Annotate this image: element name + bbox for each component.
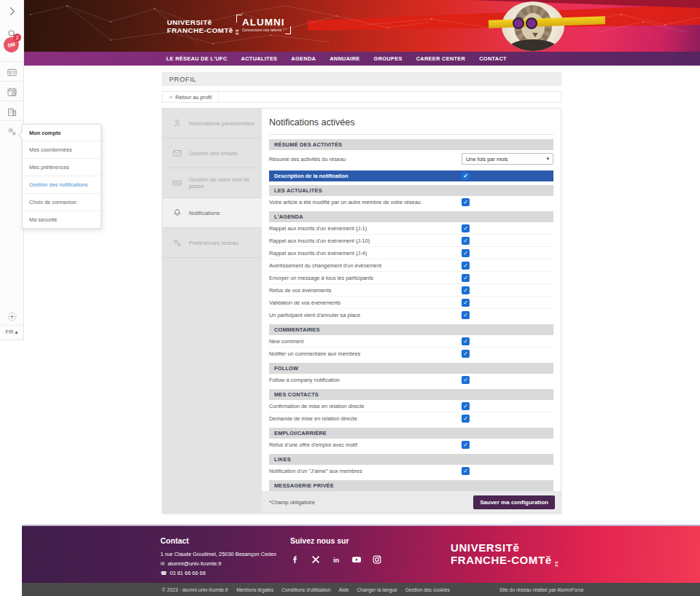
section-header: LIKES (269, 454, 553, 465)
notification-label: New comment (269, 338, 303, 345)
section-header: MES CONTACTS (269, 389, 553, 400)
facebook-icon (290, 554, 300, 565)
section-rows: Confirmation de mise en relation directe… (269, 400, 553, 424)
social-instagram-icon[interactable] (372, 554, 382, 568)
panel-title: Notifications activées (269, 116, 553, 135)
table-header-row: Description de la notification ✓ (269, 170, 553, 181)
notification-checkbox[interactable]: ✓ (462, 286, 470, 294)
notification-label: Envoyer un message à tous les participan… (269, 275, 373, 281)
footer-social-block: Suivez nous sur (290, 536, 382, 568)
account-menu-item[interactable]: Choix de connexion (23, 193, 101, 211)
nav-item[interactable]: CAREER CENTER (416, 55, 466, 62)
notification-row: Rappel aux inscrits d'un événement (J-4)… (269, 247, 553, 259)
notification-label: Refus de vos événements (269, 287, 331, 294)
section-header: COMMENTAIRES (269, 324, 553, 335)
notification-checkbox[interactable]: ✓ (462, 237, 470, 245)
back-arrow-icon: « (169, 94, 172, 101)
nav-item[interactable]: ACTUALITES (241, 55, 278, 62)
nav-item[interactable]: GROUPES (374, 55, 402, 62)
tab-label: Gestion de votre mot de passe (189, 176, 262, 189)
notification-row: Rappel aux inscrits d'un événement (J-10… (269, 235, 553, 247)
account-menu-item[interactable]: Gestion des notifications (23, 176, 101, 193)
tab-gestion-des-emails[interactable]: Gestion des emails (163, 138, 262, 168)
contact-email-link[interactable]: alumni@univ-fcomte.fr (168, 560, 222, 567)
notification-checkbox[interactable]: ✓ (462, 224, 470, 232)
account-menu-item[interactable]: Ma sécurité (23, 211, 101, 228)
summary-frequency-select[interactable]: Une fois par mois ▾ (462, 153, 553, 165)
notification-row: Rappel aux inscrits d'un événement (J-1)… (269, 222, 553, 235)
social-youtube-icon[interactable] (351, 554, 362, 568)
notification-row: Demande de mise en relation directe✓ (269, 412, 553, 424)
notification-checkbox[interactable]: ✓ (462, 402, 470, 410)
follow-title: Suivez nous sur (290, 536, 382, 545)
nav-item[interactable]: CONTACT (479, 55, 507, 62)
section-rows: Follow a company notification✓ (269, 374, 553, 385)
notification-checkbox[interactable]: ✓ (462, 299, 470, 307)
nav-item[interactable]: AGENDA (291, 55, 316, 62)
legal-link[interactable]: Gestion des cookies (405, 587, 450, 592)
notification-row: Notification d'un "J'aime" aux membres✓ (269, 465, 553, 477)
notification-label: Un participant vient d'annuler sa place (269, 312, 360, 318)
alumni-logo[interactable]: ALUMNI Connectons nos talents ! (236, 15, 291, 34)
notification-checkbox[interactable]: ✓ (462, 311, 470, 319)
social-facebook-icon[interactable] (290, 554, 300, 568)
constellation-decoration (23, 0, 700, 52)
copyright-text: © 2023 · alumni.univ-fcomte.fr (162, 587, 228, 592)
university-logo[interactable]: UNIVERSITĕ FRANCHE-COMTĕ DE (167, 18, 239, 35)
notification-label: Votre article a été modifié par un autre… (269, 199, 421, 205)
collapse-chevron-icon[interactable] (0, 4, 23, 17)
notification-row: Votre article a été modifié par un autre… (269, 196, 553, 208)
save-configuration-button[interactable]: Sauver ma configuration (473, 495, 555, 509)
social-x-twitter-icon[interactable] (311, 554, 321, 568)
account-menu-item[interactable]: Mes coordonnées (23, 141, 101, 158)
section-header: LES ACTUALITÉS (269, 185, 553, 196)
nav-item[interactable]: LE RÉSEAU DE L'UFC (166, 55, 228, 62)
tab-preferences-reseau[interactable]: Préférences réseau (163, 228, 262, 258)
notification-checkbox[interactable]: ✓ (462, 350, 470, 358)
company-icon[interactable] (0, 105, 23, 118)
notification-checkbox[interactable]: ✓ (462, 415, 470, 423)
account-menu-item[interactable]: Mes préférences (23, 158, 101, 176)
notification-checkbox[interactable]: ✓ (462, 249, 470, 257)
nav-item[interactable]: ANNUAIRE (330, 55, 359, 62)
chevron-down-icon: ▾ (546, 156, 549, 162)
notification-row: Validation de vos événements✓ (269, 297, 553, 309)
tab-gestion-mot-de-passe[interactable]: Gestion de votre mot de passe (163, 168, 262, 198)
notification-checkbox[interactable]: ✓ (462, 441, 470, 449)
select-all-checkbox[interactable]: ✓ (462, 172, 470, 180)
calendar-icon[interactable] (0, 85, 23, 98)
tab-informations-personnelles[interactable]: Informations personnelles (163, 109, 262, 138)
notification-checkbox[interactable]: ✓ (462, 467, 470, 475)
notification-label: Validation de vos événements (269, 299, 341, 306)
section-rows: Rappel aux inscrits d'un événement (J-1)… (269, 222, 553, 321)
add-circle-icon[interactable] (0, 310, 23, 323)
summary-label: Résumé des activités du réseau (269, 156, 346, 162)
instagram-icon (372, 554, 382, 565)
notification-checkbox[interactable]: ✓ (462, 274, 470, 282)
language-switcher[interactable]: FR ▴ (0, 329, 23, 335)
legal-link[interactable]: Aide (339, 587, 349, 592)
notification-label: Notifier un commentaire aux membres (269, 350, 360, 357)
account-menu-title: Mon compte (23, 125, 101, 141)
footer-contact-block: Contact 1 rue Claude Goudimel, 25030 Bes… (160, 536, 276, 576)
notification-count-badge: 2 (13, 34, 21, 42)
section-header: RÉSUMÉ DES ACTIVITÉS (269, 139, 553, 150)
back-to-profile-link[interactable]: « Retour au profil (163, 92, 219, 102)
notification-row: Confirmation de mise en relation directe… (269, 400, 553, 412)
notification-checkbox[interactable]: ✓ (462, 337, 470, 345)
legal-link[interactable]: Changer la langue (357, 587, 397, 592)
notifications-panel: Notifications activées RÉSUMÉ DES ACTIVI… (262, 109, 561, 513)
notification-label: Rappel aux inscrits d'un événement (J-4) (269, 250, 367, 256)
legal-link[interactable]: Mentions légales (236, 587, 273, 592)
notification-checkbox[interactable]: ✓ (462, 262, 470, 270)
section-rows: Notification d'un "J'aime" aux membres✓ (269, 465, 553, 477)
social-linkedin-icon[interactable] (331, 554, 341, 568)
tab-notifications[interactable]: Notifications (163, 198, 262, 228)
profile-card-icon[interactable] (0, 66, 23, 79)
notification-checkbox[interactable]: ✓ (462, 376, 470, 384)
notification-label: Refus d'une offre d'emploi avec motif (269, 442, 357, 448)
password-icon (172, 178, 182, 188)
tab-label: Informations personnelles (189, 120, 254, 127)
legal-link[interactable]: Conditions d'utilisation (281, 587, 330, 592)
notification-checkbox[interactable]: ✓ (462, 198, 470, 206)
